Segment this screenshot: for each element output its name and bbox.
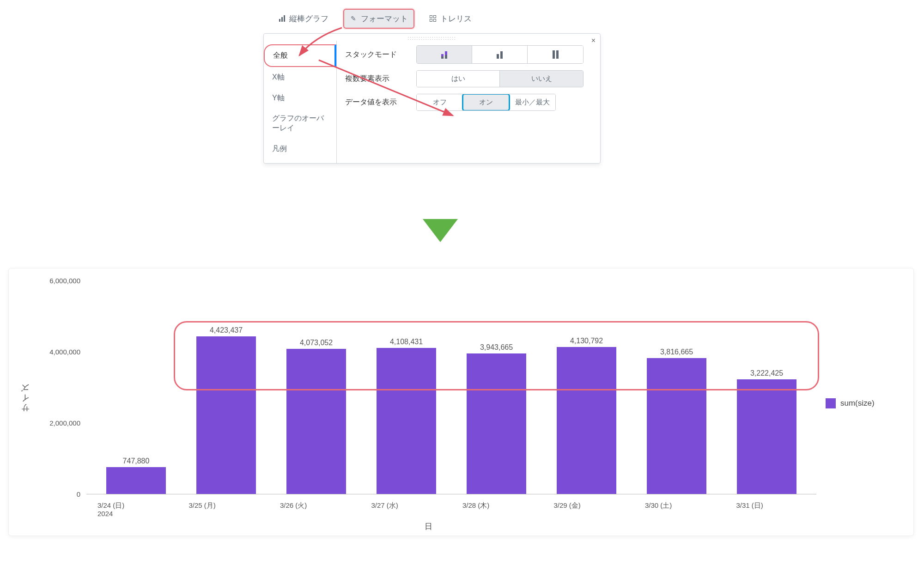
sidebar-item-xaxis[interactable]: X軸: [264, 67, 336, 88]
x-tick-label: 3/25 (月): [178, 501, 269, 518]
x-tick-label: 3/26 (火): [269, 501, 360, 518]
dataval-off[interactable]: オフ: [417, 94, 463, 110]
pencil-icon: ✎: [350, 15, 357, 22]
bar[interactable]: [647, 358, 706, 494]
bar-value-label: 4,073,052: [300, 339, 333, 347]
bar-value-label: 4,108,431: [390, 338, 423, 346]
data-value-segment: オフ オン 最小／最大: [416, 94, 556, 111]
x-tick-label: 3/24 (日)2024: [86, 501, 178, 518]
bar-value-label: 4,130,792: [570, 337, 603, 345]
bar-slot: 3,943,665: [451, 280, 541, 494]
tab-format[interactable]: ✎ フォーマット: [343, 9, 414, 29]
bar-value-label: 3,222,425: [750, 369, 783, 377]
sidebar-item-overlay[interactable]: グラフのオーバーレイ: [264, 108, 336, 139]
multi-element-segment: はい いいえ: [416, 70, 584, 87]
tab-format-label: フォーマット: [361, 13, 408, 24]
chart-card: サイズ 02,000,0004,000,0006,000,000 747,880…: [8, 268, 914, 536]
bar[interactable]: [196, 336, 256, 494]
tab-bar-chart[interactable]: 縦棒グラフ: [273, 10, 334, 28]
down-arrow-icon: [423, 219, 458, 242]
y-axis-title: サイズ: [18, 389, 31, 418]
stack-mode-100pct[interactable]: [528, 46, 583, 63]
dataval-on[interactable]: オン: [463, 94, 509, 110]
chart-legend[interactable]: sum(size): [826, 276, 904, 531]
bar[interactable]: [377, 348, 436, 494]
stack-mode-grouped[interactable]: [417, 46, 472, 63]
x-labels: 3/24 (日)20243/25 (月)3/26 (火)3/27 (水)3/28…: [86, 501, 816, 518]
bar-slot: 747,880: [91, 280, 181, 494]
bar[interactable]: [467, 353, 526, 494]
format-panel: :::::::::::::::::::::: × 全般 X軸 Y軸 グラフのオー…: [263, 33, 601, 164]
pct-bars-icon: [553, 50, 559, 59]
close-button[interactable]: ×: [591, 37, 596, 45]
bar[interactable]: [737, 379, 796, 494]
bar-value-label: 3,943,665: [480, 343, 513, 352]
bar-slot: 4,108,431: [361, 280, 451, 494]
data-value-label: データ値を表示: [345, 97, 410, 107]
x-axis-title: 日: [31, 521, 826, 532]
bar[interactable]: [106, 467, 166, 494]
bar-slot: 4,423,437: [181, 280, 271, 494]
x-tick-label: 3/29 (金): [543, 501, 634, 518]
drag-handle[interactable]: ::::::::::::::::::::::: [264, 34, 600, 41]
bar[interactable]: [557, 347, 616, 494]
multi-element-label: 複数要素表示: [345, 74, 410, 84]
grouped-bars-icon: [441, 50, 447, 59]
bar-value-label: 4,423,437: [210, 326, 243, 335]
tab-trellis[interactable]: トレリス: [424, 10, 477, 28]
bar-chart-icon: [278, 15, 286, 22]
y-tick: 2,000,000: [49, 419, 80, 426]
legend-swatch: [826, 398, 836, 408]
stacked-bars-icon: [497, 50, 503, 59]
x-tick-label: 3/30 (土): [634, 501, 725, 518]
stack-mode-stacked[interactable]: [472, 46, 528, 63]
bar-value-label: 3,816,665: [660, 348, 693, 356]
multi-yes[interactable]: はい: [417, 71, 500, 87]
x-tick-label: 3/31 (日): [725, 501, 817, 518]
y-tick: 4,000,000: [49, 347, 80, 355]
chart-plot: 747,8804,423,4374,073,0524,108,4313,943,…: [86, 280, 816, 494]
config-tab-bar: 縦棒グラフ ✎ フォーマット トレリス: [263, 9, 605, 28]
stack-mode-segment: [416, 45, 584, 64]
x-tick-label: 3/28 (木): [451, 501, 543, 518]
dataval-minmax[interactable]: 最小／最大: [509, 94, 555, 110]
y-ticks: 02,000,0004,000,0006,000,000: [31, 280, 84, 494]
bar-slot: 4,130,792: [541, 280, 632, 494]
sidebar-item-legend[interactable]: 凡例: [264, 139, 336, 159]
bar[interactable]: [286, 349, 346, 494]
sidebar-item-general[interactable]: 全般: [264, 44, 336, 67]
bar-value-label: 747,880: [123, 457, 150, 465]
bar-slot: 3,816,665: [632, 280, 722, 494]
bar-slot: 4,073,052: [271, 280, 361, 494]
x-tick-label: 3/27 (水): [360, 501, 452, 518]
trellis-icon: [429, 15, 437, 22]
y-tick: 0: [77, 490, 80, 498]
tab-bar-chart-label: 縦棒グラフ: [289, 13, 328, 24]
y-tick: 6,000,000: [49, 277, 80, 285]
multi-no[interactable]: いいえ: [500, 71, 583, 87]
tab-trellis-label: トレリス: [440, 13, 472, 24]
legend-label: sum(size): [840, 399, 875, 408]
sidebar-item-yaxis[interactable]: Y軸: [264, 88, 336, 109]
bar-slot: 3,222,425: [722, 280, 812, 494]
stack-mode-label: スタックモード: [345, 50, 410, 60]
panel-sidebar: 全般 X軸 Y軸 グラフのオーバーレイ 凡例: [264, 41, 337, 163]
